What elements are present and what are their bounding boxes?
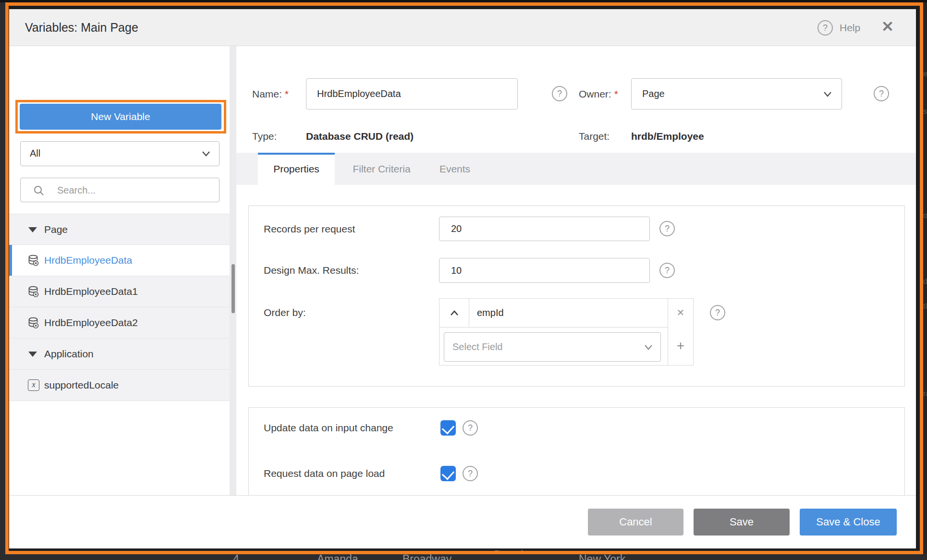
- sidebar-item-label: HrdbEmployeeData1: [44, 276, 138, 307]
- database-variable-icon: [27, 317, 39, 329]
- chevron-down-icon: [202, 151, 210, 157]
- update-data-checkbox[interactable]: [440, 420, 456, 436]
- required-asterisk: *: [614, 88, 618, 99]
- database-variable-icon: [27, 254, 39, 267]
- tab-properties[interactable]: Properties: [258, 153, 335, 185]
- backdrop-text-fragment: or: [923, 211, 927, 220]
- type-label: Type:: [252, 121, 277, 152]
- required-asterisk: *: [285, 88, 289, 99]
- sort-direction-toggle[interactable]: [439, 299, 469, 328]
- owner-selected-value: Page: [642, 88, 665, 99]
- help-link[interactable]: Help: [840, 9, 860, 46]
- target-value: hrdb/Employee: [631, 121, 704, 152]
- chevron-down-icon: [644, 344, 653, 350]
- variable-filter-select[interactable]: All: [20, 141, 220, 166]
- name-label-text: Name:: [252, 88, 282, 99]
- update-data-label: Update data on input change: [264, 408, 393, 448]
- sidebar-item-hrdbemployeedata[interactable]: HrdbEmployeeData: [9, 245, 230, 276]
- close-icon[interactable]: ✕: [881, 9, 894, 46]
- dialog-header: Variables: Main Page ? Help ✕: [9, 9, 916, 46]
- backdrop-text-sliver: Broadway: [494, 548, 551, 551]
- backdrop-table-cell: Broadway: [403, 554, 451, 560]
- sidebar-section-application[interactable]: Application: [9, 339, 230, 370]
- sidebar-scrollbar-thumb[interactable]: [232, 264, 235, 313]
- variable-detail-panel: Name:* ? Owner:* Page ? Type: Database C…: [236, 46, 916, 495]
- backdrop-text-fragment: d: [923, 277, 927, 286]
- owner-label-text: Owner:: [579, 88, 611, 99]
- help-circle-icon[interactable]: ?: [659, 263, 675, 278]
- backdrop-right-fragments: er s b or d tle ra: [923, 2, 927, 554]
- design-max-results-label: Design Max. Results:: [264, 258, 359, 283]
- backdrop-top: [0, 0, 927, 2]
- help-circle-icon[interactable]: ?: [463, 420, 478, 436]
- check-icon: [442, 467, 455, 480]
- tab-events[interactable]: Events: [428, 153, 481, 185]
- sidebar-item-hrdbemployeedata2[interactable]: HrdbEmployeeData2: [9, 307, 230, 339]
- name-input[interactable]: [306, 78, 518, 110]
- screenshot-stage: er s b or d tle ra 4 Amanda Broadway New…: [0, 0, 927, 560]
- backdrop-text-fragment: er: [923, 70, 927, 78]
- search-box: [20, 178, 220, 202]
- backdrop-table-cell: Broadway: [494, 548, 543, 551]
- type-value: Database CRUD (read): [306, 121, 414, 152]
- order-by-builder: empId ✕ + Select Field: [439, 298, 694, 365]
- section-label: Application: [44, 339, 94, 369]
- owner-label: Owner:*: [579, 78, 618, 110]
- caret-down-icon: [28, 227, 37, 232]
- help-circle-icon[interactable]: ?: [552, 86, 567, 101]
- sidebar-item-label: supportedLocale: [44, 370, 119, 401]
- backdrop-text-fragment: tle: [923, 302, 927, 311]
- backdrop-text-fragment: ra: [923, 390, 927, 398]
- help-circle-icon[interactable]: ?: [817, 20, 833, 36]
- help-circle-icon[interactable]: ?: [659, 221, 675, 236]
- search-icon: [33, 185, 45, 196]
- help-circle-icon[interactable]: ?: [874, 86, 889, 101]
- sidebar-section-page[interactable]: Page: [9, 214, 230, 245]
- order-by-label: Order by:: [264, 298, 306, 327]
- tab-filter-criteria[interactable]: Filter Criteria: [344, 153, 419, 185]
- select-field-dropdown[interactable]: Select Field: [444, 332, 661, 362]
- order-by-field-value[interactable]: empId: [469, 299, 668, 328]
- name-label: Name:*: [252, 78, 289, 110]
- properties-group-panel: Records per request ? Design Max. Result…: [248, 206, 905, 387]
- chevron-up-icon: [450, 310, 459, 316]
- add-order-field-button[interactable]: +: [668, 328, 693, 365]
- help-circle-icon[interactable]: ?: [710, 305, 725, 320]
- annotation-highlight-box: [15, 100, 226, 134]
- dialog-title: Variables: Main Page: [25, 9, 138, 46]
- records-per-request-input[interactable]: [439, 217, 650, 241]
- backdrop-table-cell: Amanda: [317, 554, 358, 560]
- sidebar-item-label: HrdbEmployeeData2: [44, 307, 138, 338]
- variables-sidebar: New Variable All Page: [9, 46, 230, 495]
- cancel-button[interactable]: Cancel: [588, 509, 683, 536]
- tab-strip: Properties Filter Criteria Events: [236, 153, 916, 185]
- section-label: Page: [44, 214, 68, 245]
- backdrop-left: [0, 2, 5, 554]
- request-data-label: Request data on page load: [264, 453, 385, 494]
- backdrop-table-cell: New York: [579, 554, 625, 560]
- select-field-placeholder: Select Field: [452, 341, 503, 352]
- dialog-footer: Cancel Save Save & Close: [9, 495, 916, 548]
- save-button[interactable]: Save: [694, 509, 790, 536]
- records-per-request-label: Records per request: [264, 217, 355, 241]
- target-label: Target:: [579, 121, 610, 152]
- remove-order-field-button[interactable]: ✕: [668, 299, 693, 328]
- help-circle-icon[interactable]: ?: [463, 466, 478, 481]
- database-variable-icon: [27, 285, 39, 298]
- sidebar-item-supportedlocale[interactable]: x supportedLocale: [9, 370, 230, 401]
- sidebar-item-hrdbemployeedata1[interactable]: HrdbEmployeeData1: [9, 276, 230, 307]
- request-data-checkbox[interactable]: [440, 466, 456, 481]
- save-close-button[interactable]: Save & Close: [800, 509, 897, 536]
- data-options-panel: Update data on input change ? Request da…: [248, 407, 905, 495]
- variables-dialog: Variables: Main Page ? Help ✕ New Variab…: [9, 9, 916, 548]
- check-icon: [442, 421, 455, 434]
- chevron-down-icon: [823, 91, 832, 97]
- backdrop-table-cell: 4: [233, 554, 239, 560]
- owner-select[interactable]: Page: [631, 78, 842, 110]
- selected-indicator: [9, 245, 12, 276]
- variable-x-icon: x: [28, 379, 39, 391]
- search-input[interactable]: [56, 178, 212, 202]
- filter-selected-value: All: [30, 148, 40, 158]
- caret-down-icon: [28, 352, 37, 357]
- design-max-results-input[interactable]: [439, 258, 650, 283]
